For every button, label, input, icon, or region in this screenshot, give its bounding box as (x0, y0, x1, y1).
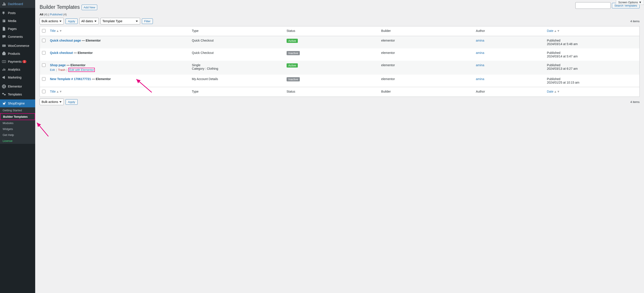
sidebar-item-label: Analytics (8, 68, 20, 71)
sidebar-item-products[interactable]: Products (0, 50, 35, 58)
trash-link[interactable]: Trash (58, 68, 65, 72)
col-status-footer: Status (284, 87, 379, 96)
col-date-footer[interactable]: Date (547, 90, 554, 93)
col-type-header: Type (190, 26, 284, 36)
row-checkbox[interactable] (42, 77, 46, 81)
analytics-icon (2, 67, 6, 72)
submenu-item-builder-templates[interactable]: Builder Templates (0, 113, 35, 120)
sidebar-item-payments[interactable]: $Payments1 (0, 58, 35, 66)
col-title-header[interactable]: Title (50, 29, 56, 32)
date-label: Published (547, 51, 637, 54)
sidebar-item-label: Comments (8, 35, 23, 38)
screen-options-label: Screen Options (618, 1, 638, 4)
submenu-item-widgets[interactable]: Widgets (0, 126, 35, 132)
bulk-actions-select[interactable]: Bulk actions (40, 18, 64, 24)
sidebar-item-label: WooCommerce (8, 44, 29, 48)
template-title-link[interactable]: Quick checkout (50, 51, 73, 54)
sidebar-item-shopengine[interactable]: ShopEngine (0, 100, 35, 107)
page-title: Builder Templates (40, 2, 80, 11)
filter-button[interactable]: Filter (142, 18, 153, 24)
template-type: My Account Details (192, 77, 282, 81)
badge-count: 1 (22, 60, 26, 63)
col-status-header: Status (284, 26, 379, 36)
author-link[interactable]: amina (476, 63, 484, 67)
sidebar-item-woocommerce[interactable]: WooWooCommerce (0, 42, 35, 50)
select-all-bottom[interactable] (42, 90, 46, 93)
sidebar-item-media[interactable]: Media (0, 17, 35, 25)
screen-options-toggle[interactable]: Screen Options ▼ (616, 0, 644, 5)
bulk-actions-select-bottom[interactable]: Bulk actions (40, 98, 64, 105)
template-title-link[interactable]: New Template # 1706177721 (50, 77, 91, 81)
submenu-item-modules[interactable]: Modules (0, 120, 35, 126)
date-label: Published (547, 63, 637, 67)
col-title-footer[interactable]: Title (50, 90, 56, 93)
svg-rect-7 (4, 86, 5, 87)
submenu-item-license[interactable]: License (0, 138, 35, 144)
filter-published-link[interactable]: Published (50, 13, 62, 16)
author-link[interactable]: amina (476, 51, 484, 54)
pages-icon (2, 26, 6, 31)
date-filter-select[interactable]: All dates (80, 18, 99, 24)
table-row: Quick checkout page — ElementorQuick Che… (40, 36, 640, 48)
sidebar-item-analytics[interactable]: Analytics (0, 66, 35, 74)
template-type-select[interactable]: Template Type (100, 18, 140, 24)
status-badge: Active (286, 63, 298, 68)
sidebar-item-dashboard[interactable]: Dashboard (0, 0, 35, 8)
status-badge: Inactive (286, 77, 300, 82)
col-date-header[interactable]: Date (547, 29, 554, 32)
filter-all-count: (4) (44, 13, 48, 16)
table-row: Quick checkout — ElementorQuick Checkout… (40, 48, 640, 61)
edit-link[interactable]: Edit (50, 68, 55, 72)
chevron-down-icon: ▼ (639, 1, 642, 4)
title-suffix: — Elementor (66, 63, 86, 67)
media-icon (2, 19, 6, 23)
col-author-header: Author (474, 26, 545, 36)
submenu-item-getting-started[interactable]: Getting Started (0, 107, 35, 113)
sidebar-item-label: Posts (8, 11, 16, 15)
title-suffix: — Elementor (73, 51, 92, 54)
row-checkbox[interactable] (42, 39, 46, 42)
sort-icon: ▲▼ (56, 29, 62, 32)
edit-with-elementor-link[interactable]: Edit with Elementor (69, 68, 94, 72)
row-checkbox[interactable] (42, 51, 46, 54)
search-input[interactable] (576, 2, 610, 9)
sidebar-item-pages[interactable]: Pages (0, 25, 35, 33)
author-link[interactable]: amina (476, 39, 484, 42)
date-value: 2024/01/25 at 10:15 am (547, 81, 637, 84)
sidebar-item-comments[interactable]: Comments (0, 33, 35, 41)
author-link[interactable]: amina (476, 77, 484, 81)
col-builder-header: Builder (379, 26, 474, 36)
svg-text:Woo: Woo (2, 45, 6, 47)
comments-icon (2, 34, 6, 39)
apply-bulk-button[interactable]: Apply (66, 18, 78, 24)
sidebar-item-marketing[interactable]: Marketing (0, 74, 35, 82)
template-type: Quick Checkout (192, 51, 282, 54)
template-title-link[interactable]: Shop page (50, 63, 66, 67)
add-new-button[interactable]: Add New (82, 4, 97, 10)
svg-point-10 (4, 104, 5, 105)
main-content: Screen Options ▼ Builder Templates Add N… (35, 0, 644, 293)
submenu-item-get-help[interactable]: Get Help (0, 132, 35, 138)
products-icon (2, 52, 6, 56)
status-badge: Inactive (286, 51, 300, 55)
highlight-annotation: Edit with Elementor (68, 68, 95, 72)
apply-bulk-button-bottom[interactable]: Apply (66, 99, 78, 105)
sidebar-item-label: Marketing (8, 76, 21, 79)
select-all-top[interactable] (42, 29, 46, 32)
filter-all-label: All (40, 13, 43, 16)
sidebar-item-label: Media (8, 19, 16, 23)
filter-all-link[interactable]: All (40, 13, 43, 16)
date-label: Published (547, 39, 637, 42)
template-type: Quick Checkout (192, 39, 282, 42)
svg-text:$: $ (3, 60, 4, 63)
template-title-link[interactable]: Quick checkout page (50, 39, 81, 42)
builder-cell: elementor (379, 74, 474, 87)
sidebar-item-label: Dashboard (8, 2, 23, 6)
svg-rect-5 (3, 85, 3, 88)
sidebar-item-posts[interactable]: Posts (0, 9, 35, 17)
row-checkbox[interactable] (42, 63, 46, 67)
sidebar-item-templates[interactable]: Templates (0, 90, 35, 98)
builder-cell: elementor (379, 36, 474, 48)
sidebar-item-label: Products (8, 52, 20, 56)
sidebar-item-elementor[interactable]: Elementor (0, 82, 35, 90)
